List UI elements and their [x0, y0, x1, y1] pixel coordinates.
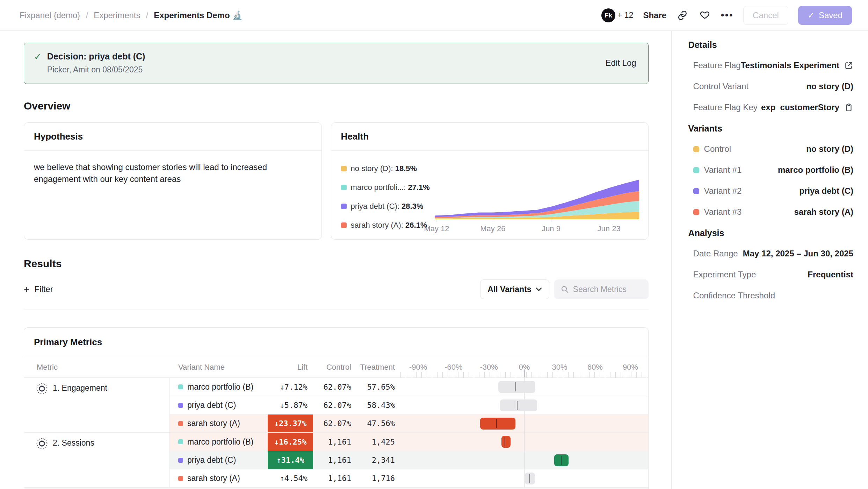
copy-icon[interactable] — [844, 103, 853, 112]
legend-item[interactable]: no story (D): 18.5% — [341, 164, 435, 173]
metric-cell[interactable]: 1. Engagement — [24, 378, 170, 432]
row-label: Confidence Threshold — [693, 291, 775, 300]
metrics-search — [554, 279, 649, 299]
treatment-cell: 47.56% — [357, 414, 400, 432]
row-label: Experiment Type — [693, 270, 756, 279]
confidence-interval-cell — [400, 433, 648, 451]
row-label: Date Range — [693, 249, 738, 258]
row-value: no story (D) — [806, 144, 853, 154]
avatar[interactable]: Fk — [601, 8, 615, 22]
legend-value: 28.3% — [402, 202, 423, 211]
control-cell: 1,161 — [313, 433, 357, 451]
row-label: Variant #1 — [704, 165, 742, 175]
legend-label: marco portfoli...: 27.1% — [351, 183, 430, 192]
confidence-interval-cell — [400, 414, 648, 432]
treatment-cell: 1,425 — [357, 433, 400, 451]
share-button[interactable]: Share — [643, 10, 666, 20]
health-title: Health — [341, 131, 369, 142]
copy-link-icon[interactable] — [676, 9, 689, 22]
search-metrics-input[interactable] — [573, 285, 639, 294]
variant-name: priya debt (C) — [187, 455, 236, 465]
check-icon: ✓ — [808, 10, 815, 20]
top-bar: Fixpanel {demo} / Experiments / Experime… — [0, 0, 868, 31]
variants-heading: Variants — [688, 123, 853, 134]
variant-name: marco portfolio (B) — [187, 437, 253, 447]
more-options-icon[interactable]: ••• — [721, 9, 733, 22]
confidence-interval-cell — [400, 469, 648, 487]
table-row[interactable]: marco portfolio (B)↓7.12%62.07%57.65% — [170, 378, 648, 396]
table-row[interactable]: marco portfolio (B)↓16.25%1,1611,425 — [170, 433, 648, 451]
lift-cell: ↓23.37% — [268, 414, 313, 432]
plus-icon: + — [24, 284, 29, 294]
table-row[interactable]: priya debt (C)↓5.87%62.07%58.43% — [170, 396, 648, 414]
variant-color-chip — [693, 167, 699, 173]
row-value: marco portfolio (B) — [778, 165, 853, 175]
variant-color-dot — [178, 458, 183, 463]
col-metric: Metric — [24, 357, 170, 377]
row-value: Testimonials Experiment — [741, 61, 839, 70]
forest-axis-label: 0% — [519, 363, 530, 372]
favorite-heart-icon[interactable] — [699, 9, 711, 22]
table-row[interactable]: priya debt (C)↑31.4%1,1612,341 — [170, 451, 648, 469]
detail-row: Feature Flag Keyexp_customerStory — [688, 102, 853, 112]
table-footer: + Add — [24, 487, 648, 489]
lift-value: ↓7.12% — [280, 383, 308, 391]
variants-dropdown[interactable]: All Variants — [480, 279, 549, 299]
metric-gauge-icon — [36, 383, 48, 395]
row-label-group: Feature Flag — [693, 61, 741, 70]
row-label-group: Control Variant — [693, 82, 748, 91]
breadcrumb: Fixpanel {demo} / Experiments / Experime… — [20, 10, 243, 20]
confidence-interval-cell — [400, 378, 648, 396]
ci-mean-tick — [561, 456, 562, 465]
control-cell: 1,161 — [313, 451, 357, 469]
x-axis-label: May 12 — [424, 224, 449, 233]
health-chart: May 12May 26Jun 9Jun 23 — [435, 158, 639, 240]
control-cell: 1,161 — [313, 469, 357, 487]
confidence-interval-bar — [480, 418, 515, 430]
control-value: 1,161 — [328, 438, 351, 446]
edit-log-button[interactable]: Edit Log — [606, 58, 636, 68]
treatment-cell: 58.43% — [357, 396, 400, 414]
metric-cell[interactable]: 2. Sessions — [24, 433, 170, 487]
treatment-value: 1,425 — [372, 438, 395, 446]
table-row[interactable]: sarah story (A)↑4.54%1,1611,716 — [170, 469, 648, 487]
forest-axis-label: -30% — [480, 363, 498, 372]
legend-label: sarah story (A): 26.1% — [351, 221, 427, 230]
breadcrumb-project[interactable]: Fixpanel {demo} — [20, 10, 80, 20]
metric-group: 2. Sessionsmarco portfolio (B)↓16.25%1,1… — [24, 432, 648, 487]
variant-name: marco portfolio (B) — [187, 382, 253, 392]
legend-item[interactable]: sarah story (A): 26.1% — [341, 221, 435, 230]
variant-row: Variant #3sarah story (A) — [688, 207, 853, 217]
add-filter-button[interactable]: + Filter — [24, 284, 53, 294]
breadcrumb-experiments[interactable]: Experiments — [94, 10, 140, 20]
variant-name: sarah story (A) — [187, 419, 240, 428]
variant-cell: priya debt (C) — [170, 396, 268, 414]
top-actions: Fk + 12 Share ••• Cancel ✓ Saved — [601, 6, 852, 25]
legend-item[interactable]: marco portfoli...: 27.1% — [341, 183, 435, 192]
row-label-group: Variant #2 — [693, 186, 742, 196]
ci-mean-tick — [529, 474, 530, 483]
row-value-group: marco portfolio (B) — [778, 165, 853, 175]
row-label-group: Variant #3 — [693, 207, 742, 217]
row-label: Feature Flag Key — [693, 102, 758, 112]
legend-value: 18.5% — [395, 164, 417, 173]
primary-metrics-title: Primary Metrics — [34, 337, 102, 347]
detail-row: Confidence Threshold — [688, 291, 853, 300]
treatment-cell: 57.65% — [357, 378, 400, 396]
table-row[interactable]: sarah story (A)↓23.37%62.07%47.56% — [170, 414, 648, 432]
variant-color-dot — [178, 421, 183, 426]
x-axis-label: Jun 23 — [598, 224, 621, 233]
legend-item[interactable]: priya debt (C): 28.3% — [341, 202, 435, 211]
external-link-icon[interactable] — [844, 61, 853, 70]
row-label-group: Date Range — [693, 249, 738, 258]
variant-cell: sarah story (A) — [170, 414, 268, 432]
cancel-button[interactable]: Cancel — [743, 6, 788, 25]
analysis-heading: Analysis — [688, 228, 853, 238]
saved-button[interactable]: ✓ Saved — [798, 6, 852, 25]
variant-row: Variant #1marco portfolio (B) — [688, 165, 853, 175]
main-content: ✓ Decision: priya debt (C) Picker, Amit … — [0, 31, 671, 489]
details-heading: Details — [688, 40, 853, 50]
row-value: no story (D) — [806, 82, 853, 91]
overview-heading: Overview — [24, 100, 649, 112]
col-lift: Lift — [268, 357, 313, 377]
